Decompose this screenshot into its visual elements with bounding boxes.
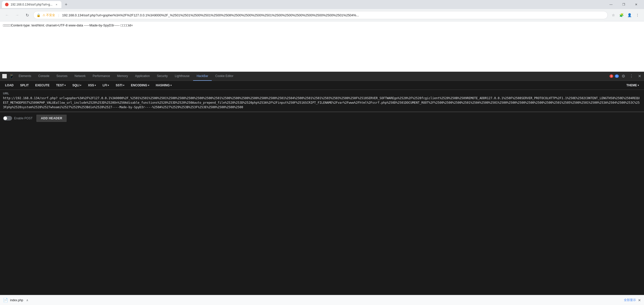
ssti-dropdown-arrow: ▾ [123, 84, 124, 87]
download-filename: index.php [10, 298, 23, 302]
devtools-tab-bar: ⬜ 📱 Elements Console Sources Network Per… [0, 72, 644, 81]
url-label: URL [3, 92, 641, 95]
tab-security[interactable]: Security [153, 72, 171, 81]
theme-dropdown-arrow: ▾ [638, 84, 639, 87]
back-button[interactable]: ← [3, 11, 11, 19]
security-warning-text: ⚠ 不安全 [43, 13, 55, 17]
encoding-dropdown-arrow: ▾ [148, 84, 149, 87]
omnibox-actions: ☆ 🧩 👤 ⋮ [610, 12, 641, 19]
close-download-bar-button[interactable]: ✕ [638, 298, 641, 302]
test-dropdown-arrow: ▾ [64, 84, 66, 87]
tab-performance[interactable]: Performance [89, 72, 114, 81]
url-section: URL http://192.168.0.134/ssrf.php? url=g… [0, 90, 644, 112]
page-body-text: □□□□Content-type: text/html; charset=UTF… [3, 23, 133, 27]
close-button[interactable]: ✕ [630, 0, 642, 9]
devtools-settings-button[interactable]: ⚙ [620, 73, 627, 80]
tab-hackbar[interactable]: HackBar [193, 72, 212, 81]
enable-post-toggle[interactable] [3, 116, 12, 121]
hackbar-content: LOAD SPLIT EXECUTE TEST ▾ SQLI ▾ XSS ▾ L… [0, 81, 644, 295]
tab-memory[interactable]: Memory [114, 72, 131, 81]
encoding-button[interactable]: ENCODING ▾ [128, 82, 152, 89]
refresh-button[interactable]: ↻ [23, 11, 31, 19]
minimize-button[interactable]: — [605, 0, 617, 9]
extensions-button[interactable]: 🧩 [618, 12, 625, 19]
add-header-button[interactable]: ADD HEADER [37, 115, 66, 122]
omnibox-bar: ← → ↻ 🔒 ⚠ 不安全 | 192.168.0.134/ssrf.php?u… [0, 9, 644, 21]
devtools-more-button[interactable]: ⋮ [628, 73, 635, 80]
tab-console[interactable]: Console [35, 72, 53, 81]
forward-button[interactable]: → [13, 11, 21, 19]
show-all-button[interactable]: 全部显示 [624, 298, 636, 302]
tab-favicon [5, 3, 9, 6]
tab-application[interactable]: Application [131, 72, 153, 81]
toggle-knob [4, 117, 7, 120]
tab-bar: 192.168.0.134/ssrf.php?url=g... × + — ❐ … [0, 0, 644, 9]
expand-download-button[interactable]: ∧ [25, 298, 29, 302]
test-button[interactable]: TEST ▾ [53, 82, 69, 89]
warning-badge: 1 [615, 74, 619, 78]
lfi-button[interactable]: LFI ▾ [99, 82, 112, 89]
page-content: □□□□Content-type: text/html; charset=UTF… [0, 21, 644, 72]
xss-dropdown-arrow: ▾ [95, 84, 96, 87]
hashing-button[interactable]: HASHING ▾ [153, 82, 175, 89]
omnibox[interactable]: 🔒 ⚠ 不安全 | 192.168.0.134/ssrf.php?url=gop… [33, 11, 608, 19]
xss-button[interactable]: XSS ▾ [85, 82, 99, 89]
devtools-close-button[interactable]: ✕ [636, 73, 643, 80]
enable-post-toggle-container: Enable POST [3, 116, 32, 121]
omnibox-url[interactable]: 192.168.0.134/ssrf.php?url=gopher%3A%2F%… [62, 13, 604, 17]
omnibox-separator: | [58, 13, 59, 17]
browser-tab[interactable]: 192.168.0.134/ssrf.php?url=g... × [2, 1, 61, 8]
file-type-icon: 📄 [3, 298, 8, 302]
enable-post-label: Enable POST [14, 117, 32, 120]
devtools-inspect-button[interactable]: ⬜ [1, 73, 8, 80]
tab-network[interactable]: Network [71, 72, 89, 81]
devtools-device-button[interactable]: 📱 [8, 73, 15, 80]
sqli-dropdown-arrow: ▾ [80, 84, 81, 87]
theme-button[interactable]: THEME ▾ [623, 82, 642, 89]
tab-close-button[interactable]: × [54, 3, 58, 7]
tab-cookie-editor[interactable]: Cookie Editor [212, 72, 237, 81]
maximize-button[interactable]: ❐ [618, 0, 629, 9]
new-tab-button[interactable]: + [62, 1, 69, 8]
split-button[interactable]: SPLIT [17, 82, 32, 89]
download-bar: 📄 index.php ∧ 全部显示 ✕ [0, 295, 644, 305]
devtools-panel: ⬜ 📱 Elements Console Sources Network Per… [0, 72, 644, 295]
lfi-dropdown-arrow: ▾ [108, 84, 109, 87]
execute-button[interactable]: EXECUTE [32, 82, 53, 89]
post-section: Enable POST ADD HEADER [0, 112, 644, 124]
security-warning-icon: 🔒 [37, 13, 41, 17]
profile-button[interactable]: 👤 [626, 12, 633, 19]
window-controls: — ❐ ✕ [605, 0, 642, 9]
ssti-button[interactable]: SSTI ▾ [113, 82, 127, 89]
tab-title: 192.168.0.134/ssrf.php?url=g... [11, 3, 52, 6]
devtools-actions: 1 1 ⚙ ⋮ ✕ [609, 73, 643, 80]
tab-elements[interactable]: Elements [15, 72, 35, 81]
browser-chrome: 192.168.0.134/ssrf.php?url=g... × + — ❐ … [0, 0, 644, 21]
read-later-button[interactable]: ☆ [610, 12, 617, 19]
error-badge: 1 [610, 74, 614, 78]
url-value[interactable]: http://192.168.0.134/ssrf.php? url=gophe… [3, 96, 641, 109]
hashing-dropdown-arrow: ▾ [170, 84, 172, 87]
hackbar-toolbar: LOAD SPLIT EXECUTE TEST ▾ SQLI ▾ XSS ▾ L… [0, 81, 644, 90]
tab-sources[interactable]: Sources [53, 72, 71, 81]
tab-lighthouse[interactable]: Lighthouse [171, 72, 193, 81]
sqli-button[interactable]: SQLI ▾ [69, 82, 84, 89]
more-menu-button[interactable]: ⋮ [634, 12, 641, 19]
load-button[interactable]: LOAD [2, 82, 17, 89]
